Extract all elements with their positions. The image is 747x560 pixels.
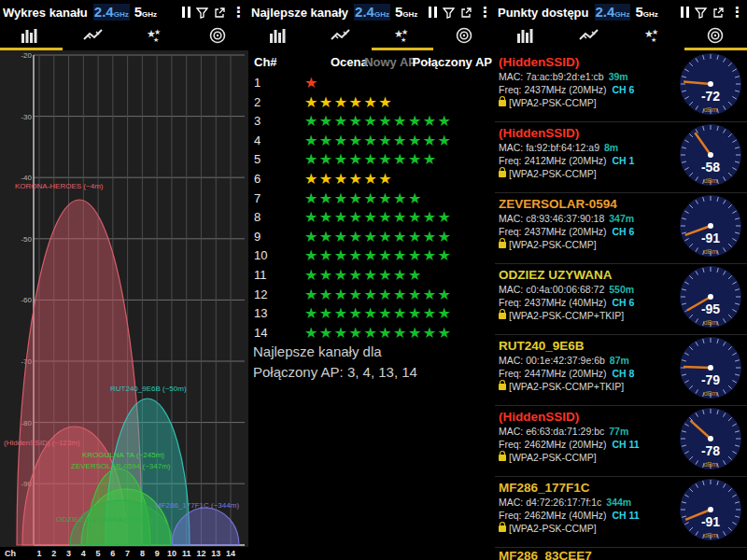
overflow-menu-icon[interactable]: ⋮	[730, 7, 744, 18]
ap-security: [WPA2-PSK-CCMP]	[509, 168, 597, 179]
x-axis-label: 3	[66, 549, 71, 558]
access-point-row-partial[interactable]: MF286_83CEE7	[495, 548, 747, 560]
access-point-row[interactable]: MF286_177F1CMAC: d4:72:26:17:7f:1c344mFr…	[495, 477, 747, 548]
gauge-unit: dBm	[704, 248, 718, 255]
tab-channel-graph[interactable]	[495, 24, 558, 50]
x-axis-label: 4	[81, 549, 86, 558]
tab-access-points[interactable]	[187, 24, 249, 50]
tab-time-graph[interactable]	[63, 24, 125, 50]
ap-security-line: [WPA2-PSK-CCMP+TKIP]	[499, 380, 670, 393]
ap-frequency: Freq: 2437MHz (40MHz)	[499, 297, 607, 308]
ap-distance: 87m	[610, 355, 629, 366]
ap-mac-line: MAC: e6:63:da:71:29:bc77m	[499, 425, 670, 438]
ap-freq-line: Freq: 2412MHz (20MHz)CH 1	[499, 154, 670, 167]
channel-graph[interactable]: -20-30-40-50-60-70-80-90KORONA-HEROES (~…	[0, 50, 248, 560]
column-header-rating: Ocena	[331, 55, 368, 69]
pause-icon[interactable]	[681, 7, 689, 18]
y-axis-label: -20	[21, 51, 32, 60]
gauge-unit: dBm	[704, 390, 718, 397]
svg-text:★: ★	[153, 36, 159, 44]
gauge-value: -78	[701, 443, 720, 458]
tab-access-points[interactable]	[684, 24, 747, 50]
tab-channel-graph[interactable]	[0, 24, 63, 50]
channel-number: 6	[254, 172, 261, 186]
ap-channel: CH 11	[613, 510, 640, 521]
access-point-row[interactable]: ODZIEZ UZYWANAMAC: c0:4a:00:06:68:72550m…	[495, 264, 747, 335]
ap-frequency: Freq: 2437MHz (20MHz)	[499, 226, 607, 237]
ap-frequency: Freq: 2447MHz (20MHz)	[499, 368, 607, 379]
tab-time-graph[interactable]	[310, 24, 372, 50]
tab-access-points[interactable]	[433, 24, 495, 50]
access-point-row[interactable]: (HiddenSSID)MAC: fa:92:bf:64:12:a98mFreq…	[495, 122, 747, 193]
rating-row: 11★★★★★★★★	[248, 266, 495, 286]
star-rating: ★★★★★★★★	[304, 189, 423, 208]
access-point-row[interactable]: RUT240_9E6BMAC: 00:1e:42:37:9e:6b87mFreq…	[495, 335, 747, 406]
overflow-menu-icon[interactable]: ⋮	[232, 7, 246, 18]
tab-channel-rating[interactable]: ★★★	[621, 24, 684, 50]
access-point-row[interactable]: ZEVERSOLAR-0594MAC: c8:93:46:37:90:18347…	[495, 193, 747, 264]
band-5ghz-toggle[interactable]: 5GHz	[395, 4, 417, 21]
overflow-menu-icon[interactable]: ⋮	[478, 7, 492, 18]
ap-security-line: [WPA2-PSK-CCMP+TKIP]	[499, 309, 670, 322]
channel-number: 12	[254, 287, 267, 301]
gauge-hub	[708, 294, 713, 300]
band-24ghz-toggle[interactable]: 2.4GHz	[354, 4, 390, 21]
lock-icon	[499, 313, 506, 319]
x-axis-label: 11	[182, 549, 191, 558]
x-axis-label: 13	[211, 549, 220, 558]
rating-row: 2★★★★★★	[248, 93, 495, 113]
time-graph-icon	[331, 28, 351, 47]
channel-number: 3	[254, 114, 261, 128]
access-point-row[interactable]: (HiddenSSID)MAC: e6:63:da:71:29:bc77mFre…	[495, 406, 747, 477]
gauge-value: -91	[701, 231, 720, 245]
column-header-channel: Ch#	[254, 55, 277, 69]
tab-channel-rating[interactable]: ★★★	[124, 24, 187, 50]
ap-security: [WPA2-PSK-CCMP]	[509, 452, 597, 463]
ap-mac: MAC: fa:92:bf:64:12:a9	[499, 142, 599, 153]
toggle-new-ap[interactable]: Nowy AP	[364, 55, 416, 69]
pause-icon[interactable]	[429, 7, 437, 18]
ap-freq-line: Freq: 2462MHz (20MHz)CH 11	[499, 438, 670, 451]
tab-channel-graph[interactable]	[248, 24, 310, 50]
gauge-value: -91	[701, 514, 720, 529]
gauge-value: -72	[701, 89, 720, 104]
ap-distance: 347m	[609, 213, 634, 224]
y-axis-label: -50	[21, 235, 32, 244]
band-5ghz-toggle[interactable]: 5GHz	[635, 4, 657, 21]
export-icon[interactable]	[460, 7, 472, 19]
filter-icon[interactable]	[443, 7, 455, 19]
network-label: ODZIEZ UZYWANA (~477m)	[56, 515, 152, 524]
band-24ghz-toggle[interactable]: 2.4GHz	[93, 4, 130, 21]
gauge-unit: dBm	[704, 461, 718, 468]
export-icon[interactable]	[712, 7, 725, 19]
page-title: Wykres kanału	[3, 6, 88, 20]
signal-gauge: -91dBm	[677, 478, 744, 547]
channel-number: 4	[254, 133, 261, 147]
channel-graph-icon	[21, 28, 41, 47]
gauge-hub	[708, 436, 713, 441]
time-graph-icon	[579, 28, 599, 47]
ap-security: [WPA2-PSK-CCMP]	[509, 523, 597, 534]
ap-frequency: Freq: 2462MHz (20MHz)	[499, 439, 607, 450]
tab-time-graph[interactable]	[558, 24, 622, 50]
x-axis-label: 7	[125, 549, 130, 558]
export-icon[interactable]	[214, 7, 226, 19]
gauge-needle	[684, 367, 711, 368]
tabbar-mid: ★★★	[248, 24, 495, 50]
toggle-connected-ap[interactable]: Połączony AP	[413, 55, 492, 69]
band-24ghz-toggle[interactable]: 2.4GHz	[595, 4, 631, 21]
tab-channel-rating[interactable]: ★★★	[372, 24, 433, 50]
access-point-row[interactable]: (HiddenSSID)MAC: 7a:ac:b9:2d:e1:cb39mFre…	[495, 51, 747, 122]
ap-mac-line: MAC: 00:1e:42:37:9e:6b87m	[499, 354, 670, 367]
ap-security-line: [WPA2-PSK-CCMP]	[499, 238, 670, 251]
filter-icon[interactable]	[196, 7, 208, 19]
ap-distance: 39m	[609, 71, 628, 82]
ap-freq-line: Freq: 2437MHz (20MHz)CH 6	[499, 83, 670, 96]
x-axis-title: Ch	[5, 549, 16, 558]
pause-icon[interactable]	[182, 7, 190, 18]
ap-freq-line: Freq: 2437MHz (40MHz)CH 6	[499, 296, 670, 309]
topbar-right: Punkty dostępu 2.4GHz 5GHz ⋮	[495, 0, 747, 24]
band-5ghz-toggle[interactable]: 5GHz	[134, 4, 157, 21]
filter-icon[interactable]	[695, 7, 707, 19]
channel-number: 9	[254, 230, 261, 244]
